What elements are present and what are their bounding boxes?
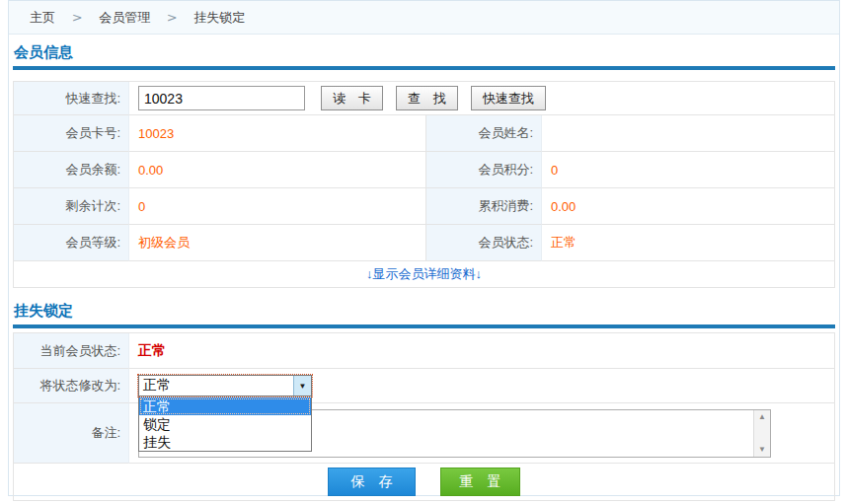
read-card-button[interactable]: 读 卡	[321, 86, 383, 110]
chevron-down-icon: ▼	[299, 382, 307, 391]
remark-label: 备注:	[14, 403, 129, 464]
quick-find-button[interactable]: 快速查找	[471, 86, 546, 110]
member-level-label: 会员等级:	[14, 225, 129, 261]
breadcrumb-separator: >	[167, 10, 178, 25]
balance-value: 0.00	[129, 152, 425, 188]
search-button[interactable]: 查 找	[396, 86, 458, 110]
points-label: 会员积分:	[425, 152, 542, 188]
card-number-label: 会员卡号:	[14, 115, 129, 152]
details-link-row: ↓显示会员详细资料↓	[14, 261, 834, 287]
balance-label: 会员余额:	[14, 152, 129, 188]
status-select[interactable]: 正常 ▼ 正常 锁定 挂失	[138, 375, 312, 396]
breadcrumb-member-management[interactable]: 会员管理	[99, 10, 150, 25]
main-panel: 主页 > 会员管理 > 挂失锁定 会员信息 快速查找: 读 卡 查 找 快速查找…	[8, 0, 840, 496]
member-level-value: 初级会员	[129, 225, 425, 261]
total-consumption-label: 累积消费:	[425, 188, 542, 225]
status-select-value: 正常	[139, 377, 293, 395]
remark-scrollbar[interactable]: ▲ ▼	[753, 410, 770, 457]
status-select-box[interactable]: 正常 ▼	[138, 375, 312, 396]
status-option-lost[interactable]: 挂失	[139, 433, 311, 451]
quick-search-row: 读 卡 查 找 快速查找	[129, 82, 834, 115]
scroll-up-icon[interactable]: ▲	[758, 412, 766, 422]
loss-lock-form: 当前会员状态: 正常 将状态修改为: 正常 ▼ 正常 锁定	[13, 332, 835, 501]
member-info-title-bar	[13, 66, 835, 70]
loss-lock-title: 挂失锁定	[14, 302, 835, 321]
breadcrumb-separator: >	[72, 10, 83, 25]
card-number-value: 10023	[129, 115, 425, 152]
reset-button[interactable]: 重 置	[440, 468, 520, 496]
status-select-dropdown-list: 正常 锁定 挂失	[138, 396, 312, 452]
change-status-label: 将状态修改为:	[14, 369, 129, 403]
member-name-value	[542, 115, 834, 152]
loss-lock-title-bar	[13, 324, 835, 328]
member-status-value: 正常	[542, 225, 834, 261]
status-option-normal[interactable]: 正常	[139, 397, 311, 415]
status-select-dropdown-button[interactable]: ▼	[293, 376, 311, 396]
show-member-details-link[interactable]: ↓显示会员详细资料↓	[366, 265, 482, 283]
action-button-row: 保 存 重 置	[14, 464, 834, 500]
member-info-title: 会员信息	[14, 43, 835, 62]
change-status-cell: 正常 ▼ 正常 锁定 挂失	[129, 369, 834, 403]
member-name-label: 会员姓名:	[425, 115, 542, 152]
remaining-count-label: 剩余计次:	[14, 188, 129, 225]
points-value: 0	[542, 152, 834, 188]
member-status-label: 会员状态:	[425, 225, 542, 261]
current-status-value: 正常	[138, 342, 166, 360]
quick-search-input[interactable]	[138, 86, 305, 110]
remaining-count-value: 0	[129, 188, 425, 225]
member-info-table: 快速查找: 读 卡 查 找 快速查找 会员卡号: 10023 会员姓名: 会员余…	[13, 81, 835, 288]
save-button[interactable]: 保 存	[328, 468, 416, 496]
status-option-locked[interactable]: 锁定	[139, 415, 311, 433]
total-consumption-value: 0.00	[542, 188, 834, 225]
breadcrumb: 主页 > 会员管理 > 挂失锁定	[9, 1, 839, 35]
scroll-down-icon[interactable]: ▼	[758, 445, 766, 455]
breadcrumb-loss-lock: 挂失锁定	[193, 10, 245, 25]
quick-search-label: 快速查找:	[14, 82, 129, 115]
current-status-label: 当前会员状态:	[14, 333, 129, 369]
current-status-cell: 正常	[129, 333, 834, 369]
breadcrumb-home[interactable]: 主页	[30, 10, 55, 25]
